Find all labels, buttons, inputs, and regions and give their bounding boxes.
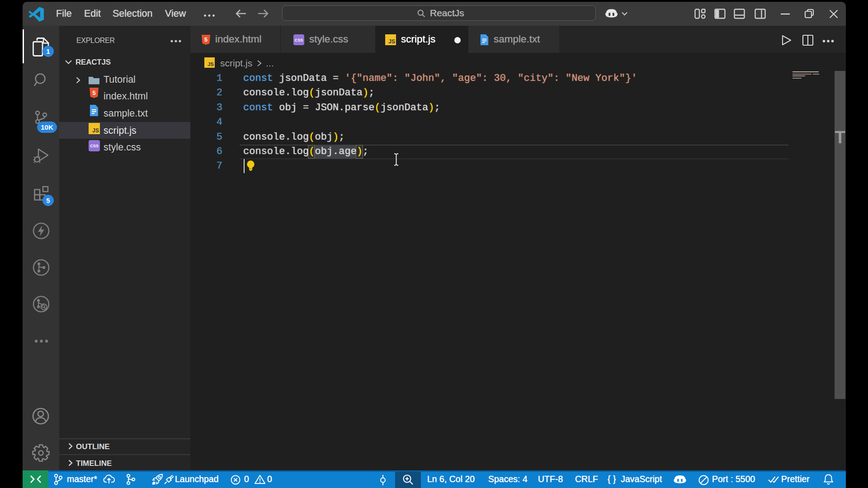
svg-text:5: 5 xyxy=(92,89,95,96)
svg-text:5: 5 xyxy=(204,37,208,43)
